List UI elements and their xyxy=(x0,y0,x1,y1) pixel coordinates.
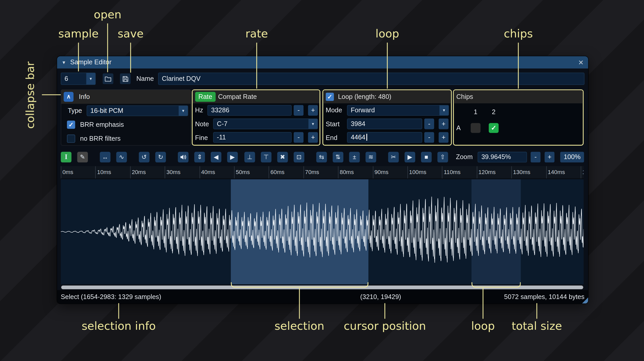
ruler-label: 150ms xyxy=(582,169,584,175)
reverse-button[interactable]: ⇆ xyxy=(316,152,327,162)
fade-in-button[interactable]: ◀ xyxy=(211,152,221,162)
text-caret xyxy=(366,134,367,141)
hz-label: Hz xyxy=(195,103,203,117)
chip-1-checkbox[interactable] xyxy=(471,123,481,133)
ruler-tick xyxy=(373,166,373,178)
chevron-down-icon[interactable]: ▼ xyxy=(86,73,95,84)
loop-end-input[interactable]: 4464 xyxy=(347,132,422,143)
invert-button[interactable]: ⇅ xyxy=(333,152,343,162)
brr-emphasis-checkbox[interactable]: ✓ xyxy=(67,121,75,129)
resize-button[interactable]: ↔ xyxy=(100,152,110,162)
info-panel-title: Info xyxy=(79,90,90,104)
loop-panel-title: Loop (length: 480) xyxy=(338,90,391,104)
ruler-tick xyxy=(511,166,512,178)
window-collapse-icon[interactable]: ▼ xyxy=(62,60,66,65)
zoom-reset-button[interactable]: 100% xyxy=(560,152,584,162)
fine-label: Fine xyxy=(195,131,208,145)
info-panel-header: ∧ Info xyxy=(61,90,191,104)
ruler-tick xyxy=(581,166,581,178)
redo-button[interactable]: ↻ xyxy=(155,152,166,162)
ruler-tick xyxy=(130,166,131,178)
title-bar[interactable]: ▼ Sample Editor ✕ xyxy=(57,56,588,69)
amplify-button[interactable] xyxy=(178,152,188,162)
annotation-collapse-bar-line xyxy=(42,94,61,95)
preview-button[interactable]: ▶ xyxy=(405,152,415,162)
loop-enable-checkbox[interactable]: ✓ xyxy=(326,93,334,101)
fade-out-button[interactable]: ▶ xyxy=(227,152,238,162)
resample-button[interactable]: ∿ xyxy=(116,152,127,162)
hz-decrement-button[interactable]: - xyxy=(294,105,304,116)
ruler-tick xyxy=(61,166,61,178)
chevron-down-icon[interactable]: ▼ xyxy=(308,119,317,129)
zoom-out-button[interactable]: - xyxy=(531,152,541,162)
ruler-tick xyxy=(199,166,200,178)
loop-end-decrement-button[interactable]: - xyxy=(424,132,434,143)
chevron-down-icon[interactable]: ▼ xyxy=(440,105,449,115)
draw-tool-button[interactable]: ✎ xyxy=(77,152,88,162)
fine-increment-button[interactable]: + xyxy=(308,132,318,143)
name-label: Name xyxy=(136,73,154,85)
loop-end-label: End xyxy=(326,131,337,145)
annotation-selection-label: selection xyxy=(275,320,324,332)
annotation-cursor-position-label: cursor position xyxy=(344,320,426,332)
ruler-tick xyxy=(269,166,269,178)
loop-start-decrement-button[interactable]: - xyxy=(424,119,434,129)
normalize-button[interactable]: ⇕ xyxy=(194,152,205,162)
ruler-label: 130ms xyxy=(513,169,531,175)
ruler-tick xyxy=(442,166,443,178)
hz-increment-button[interactable]: + xyxy=(308,105,318,116)
apply-silence-button[interactable]: ⊤ xyxy=(261,152,271,162)
note-combo[interactable]: C-7 ▼ xyxy=(213,119,318,129)
annotation-sample-line xyxy=(78,43,79,71)
ruler-tick xyxy=(338,166,339,178)
zoom-value: 39.9645% xyxy=(481,153,511,160)
hz-input[interactable]: 33286 xyxy=(207,105,292,116)
sign-invert-button[interactable]: ± xyxy=(349,152,360,162)
crossfade-button[interactable]: ✂ xyxy=(388,152,399,162)
info-collapse-button[interactable]: ∧ xyxy=(64,92,73,102)
loop-start-increment-button[interactable]: + xyxy=(439,119,449,129)
check-icon: ✓ xyxy=(327,93,332,100)
annotation-total-size-label: total size xyxy=(512,320,562,332)
status-cursor-position: (3210, 19429) xyxy=(360,290,401,303)
save-button[interactable] xyxy=(120,73,131,84)
waveform-display[interactable] xyxy=(61,179,584,284)
stop-preview-button[interactable]: ■ xyxy=(421,152,431,162)
check-icon: ✓ xyxy=(69,121,74,128)
zoom-in-button[interactable]: + xyxy=(545,152,555,162)
annotation-loop-bracket xyxy=(472,282,521,288)
chip-2-checkbox[interactable]: ✓ xyxy=(489,123,498,133)
loop-panel: ✓ Loop (length: 480) Mode Forward ▼ Star… xyxy=(322,89,452,146)
window-resize-grip[interactable] xyxy=(582,297,588,304)
ruler-label: 140ms xyxy=(548,169,565,175)
ruler-label: 10ms xyxy=(97,169,111,175)
loop-start-input[interactable]: 3984 xyxy=(347,119,422,129)
select-tool-button[interactable]: I xyxy=(61,152,71,162)
ruler-label: 120ms xyxy=(478,169,496,175)
chevron-up-icon: ∧ xyxy=(66,93,71,100)
sample-type-combo[interactable]: 16-bit PCM ▼ xyxy=(87,105,188,116)
ruler-label: 30ms xyxy=(166,169,180,175)
zoom-input[interactable]: 39.9645% xyxy=(478,152,527,162)
chevron-down-icon[interactable]: ▼ xyxy=(179,106,188,116)
make-wavetable-button[interactable]: ⇧ xyxy=(437,152,448,162)
loop-mode-combo[interactable]: Forward ▼ xyxy=(347,105,449,116)
rate-badge[interactable]: Rate xyxy=(195,92,216,102)
delete-button[interactable]: ✖ xyxy=(277,152,288,162)
sample-name-input[interactable]: Clarinet DQV xyxy=(158,73,585,85)
open-button[interactable] xyxy=(103,73,113,84)
status-selection-info: Select (1654-2983: 1329 samples) xyxy=(61,290,161,303)
filter-button[interactable]: ≋ xyxy=(366,152,376,162)
annotation-rate-label: rate xyxy=(245,27,268,40)
no-brr-filters-checkbox[interactable] xyxy=(67,135,75,143)
annotation-open-label: open xyxy=(94,8,122,21)
close-icon[interactable]: ✕ xyxy=(578,58,584,66)
fine-input[interactable]: -11 xyxy=(213,132,292,143)
fine-decrement-button[interactable]: - xyxy=(294,132,304,143)
loop-end-increment-button[interactable]: + xyxy=(439,132,449,143)
trim-button[interactable]: ⊡ xyxy=(294,152,304,162)
sample-selector[interactable]: 6 ▼ xyxy=(61,73,96,85)
open-folder-icon xyxy=(104,76,111,82)
insert-silence-button[interactable]: ⊥ xyxy=(244,152,255,162)
undo-button[interactable]: ↺ xyxy=(139,152,149,162)
